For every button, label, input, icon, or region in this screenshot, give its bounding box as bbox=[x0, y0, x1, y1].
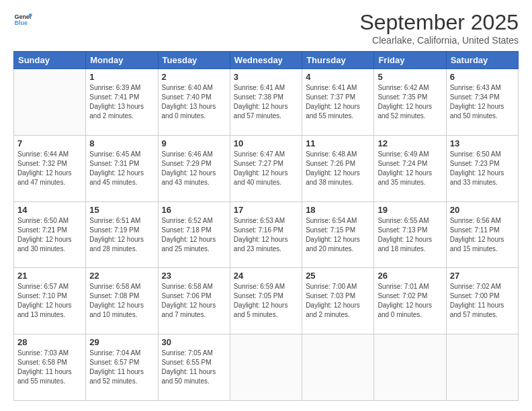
day-info: Sunrise: 7:04 AM Sunset: 6:57 PM Dayligh… bbox=[89, 349, 154, 386]
day-number: 25 bbox=[306, 271, 370, 281]
day-cell: 21Sunrise: 6:57 AM Sunset: 7:10 PM Dayli… bbox=[14, 268, 86, 334]
day-info: Sunrise: 6:40 AM Sunset: 7:40 PM Dayligh… bbox=[162, 83, 226, 121]
day-cell: 13Sunrise: 6:50 AM Sunset: 7:23 PM Dayli… bbox=[446, 135, 518, 201]
day-info: Sunrise: 6:44 AM Sunset: 7:32 PM Dayligh… bbox=[17, 150, 82, 187]
weekday-header-wednesday: Wednesday bbox=[230, 52, 302, 69]
day-info: Sunrise: 6:54 AM Sunset: 7:15 PM Dayligh… bbox=[306, 216, 370, 254]
day-number: 29 bbox=[89, 337, 154, 347]
day-number: 2 bbox=[162, 72, 226, 82]
day-info: Sunrise: 7:03 AM Sunset: 6:58 PM Dayligh… bbox=[17, 349, 82, 386]
day-cell: 24Sunrise: 6:59 AM Sunset: 7:05 PM Dayli… bbox=[230, 268, 302, 334]
day-cell: 30Sunrise: 7:05 AM Sunset: 6:55 PM Dayli… bbox=[158, 334, 230, 401]
day-info: Sunrise: 6:42 AM Sunset: 7:35 PM Dayligh… bbox=[378, 83, 442, 121]
day-cell: 16Sunrise: 6:52 AM Sunset: 7:18 PM Dayli… bbox=[158, 201, 230, 268]
day-number: 24 bbox=[234, 271, 298, 281]
day-number: 3 bbox=[234, 72, 298, 82]
day-number: 10 bbox=[234, 138, 298, 148]
day-info: Sunrise: 6:47 AM Sunset: 7:27 PM Dayligh… bbox=[234, 150, 298, 187]
location: Clearlake, California, United States bbox=[359, 35, 519, 46]
day-cell: 3Sunrise: 6:41 AM Sunset: 7:38 PM Daylig… bbox=[230, 69, 302, 136]
calendar-page: General Blue September 2025 Clearlake, C… bbox=[0, 0, 532, 411]
day-number: 16 bbox=[162, 205, 226, 215]
day-cell: 22Sunrise: 6:58 AM Sunset: 7:08 PM Dayli… bbox=[86, 268, 158, 334]
day-number: 21 bbox=[17, 271, 82, 281]
day-cell: 7Sunrise: 6:44 AM Sunset: 7:32 PM Daylig… bbox=[14, 135, 86, 201]
day-info: Sunrise: 6:43 AM Sunset: 7:34 PM Dayligh… bbox=[450, 83, 515, 121]
day-cell: 2Sunrise: 6:40 AM Sunset: 7:40 PM Daylig… bbox=[158, 69, 230, 136]
day-info: Sunrise: 7:00 AM Sunset: 7:03 PM Dayligh… bbox=[306, 282, 370, 320]
day-cell bbox=[14, 69, 86, 136]
week-row-4: 21Sunrise: 6:57 AM Sunset: 7:10 PM Dayli… bbox=[14, 268, 519, 334]
week-row-1: 1Sunrise: 6:39 AM Sunset: 7:41 PM Daylig… bbox=[14, 69, 519, 136]
day-cell: 14Sunrise: 6:50 AM Sunset: 7:21 PM Dayli… bbox=[14, 201, 86, 268]
day-info: Sunrise: 6:46 AM Sunset: 7:29 PM Dayligh… bbox=[162, 150, 226, 187]
day-info: Sunrise: 6:39 AM Sunset: 7:41 PM Dayligh… bbox=[89, 83, 154, 121]
day-number: 12 bbox=[378, 138, 442, 148]
day-cell bbox=[446, 334, 518, 401]
day-info: Sunrise: 6:48 AM Sunset: 7:26 PM Dayligh… bbox=[306, 150, 370, 187]
day-cell: 27Sunrise: 7:02 AM Sunset: 7:00 PM Dayli… bbox=[446, 268, 518, 334]
day-number: 22 bbox=[89, 271, 154, 281]
day-info: Sunrise: 6:50 AM Sunset: 7:21 PM Dayligh… bbox=[17, 216, 82, 254]
day-info: Sunrise: 6:58 AM Sunset: 7:06 PM Dayligh… bbox=[162, 282, 226, 320]
day-cell bbox=[374, 334, 446, 401]
day-number: 9 bbox=[162, 138, 226, 148]
day-info: Sunrise: 6:41 AM Sunset: 7:38 PM Dayligh… bbox=[234, 83, 298, 121]
day-info: Sunrise: 6:49 AM Sunset: 7:24 PM Dayligh… bbox=[378, 150, 442, 187]
day-number: 20 bbox=[450, 205, 515, 215]
day-cell: 5Sunrise: 6:42 AM Sunset: 7:35 PM Daylig… bbox=[374, 69, 446, 136]
day-cell: 19Sunrise: 6:55 AM Sunset: 7:13 PM Dayli… bbox=[374, 201, 446, 268]
day-cell bbox=[230, 334, 302, 401]
day-number: 13 bbox=[450, 138, 515, 148]
calendar-table: SundayMondayTuesdayWednesdayThursdayFrid… bbox=[13, 51, 519, 401]
day-cell: 4Sunrise: 6:41 AM Sunset: 7:37 PM Daylig… bbox=[302, 69, 374, 136]
day-number: 28 bbox=[17, 337, 82, 347]
day-number: 30 bbox=[162, 337, 226, 347]
day-cell: 17Sunrise: 6:53 AM Sunset: 7:16 PM Dayli… bbox=[230, 201, 302, 268]
weekday-header-friday: Friday bbox=[374, 52, 446, 69]
weekday-header-tuesday: Tuesday bbox=[158, 52, 230, 69]
day-number: 17 bbox=[234, 205, 298, 215]
day-info: Sunrise: 6:45 AM Sunset: 7:31 PM Dayligh… bbox=[89, 150, 154, 187]
day-info: Sunrise: 7:05 AM Sunset: 6:55 PM Dayligh… bbox=[162, 349, 226, 386]
day-cell: 23Sunrise: 6:58 AM Sunset: 7:06 PM Dayli… bbox=[158, 268, 230, 334]
day-number: 18 bbox=[306, 205, 370, 215]
day-number: 4 bbox=[306, 72, 370, 82]
day-info: Sunrise: 6:50 AM Sunset: 7:23 PM Dayligh… bbox=[450, 150, 515, 187]
day-number: 26 bbox=[378, 271, 442, 281]
day-number: 8 bbox=[89, 138, 154, 148]
svg-text:Blue: Blue bbox=[14, 19, 28, 26]
week-row-2: 7Sunrise: 6:44 AM Sunset: 7:32 PM Daylig… bbox=[14, 135, 519, 201]
day-cell bbox=[302, 334, 374, 401]
day-cell: 29Sunrise: 7:04 AM Sunset: 6:57 PM Dayli… bbox=[86, 334, 158, 401]
day-cell: 6Sunrise: 6:43 AM Sunset: 7:34 PM Daylig… bbox=[446, 69, 518, 136]
day-number: 5 bbox=[378, 72, 442, 82]
weekday-header-thursday: Thursday bbox=[302, 52, 374, 69]
day-number: 1 bbox=[89, 72, 154, 82]
logo-icon: General Blue bbox=[13, 10, 32, 29]
day-number: 7 bbox=[17, 138, 82, 148]
weekday-header-row: SundayMondayTuesdayWednesdayThursdayFrid… bbox=[14, 52, 519, 69]
day-cell: 20Sunrise: 6:56 AM Sunset: 7:11 PM Dayli… bbox=[446, 201, 518, 268]
day-cell: 15Sunrise: 6:51 AM Sunset: 7:19 PM Dayli… bbox=[86, 201, 158, 268]
day-cell: 25Sunrise: 7:00 AM Sunset: 7:03 PM Dayli… bbox=[302, 268, 374, 334]
weekday-header-sunday: Sunday bbox=[14, 52, 86, 69]
day-cell: 18Sunrise: 6:54 AM Sunset: 7:15 PM Dayli… bbox=[302, 201, 374, 268]
title-block: September 2025 Clearlake, California, Un… bbox=[359, 10, 519, 46]
day-info: Sunrise: 6:41 AM Sunset: 7:37 PM Dayligh… bbox=[306, 83, 370, 121]
logo: General Blue bbox=[13, 10, 32, 29]
week-row-5: 28Sunrise: 7:03 AM Sunset: 6:58 PM Dayli… bbox=[14, 334, 519, 401]
month-title: September 2025 bbox=[359, 10, 519, 35]
day-info: Sunrise: 6:58 AM Sunset: 7:08 PM Dayligh… bbox=[89, 282, 154, 320]
day-info: Sunrise: 6:51 AM Sunset: 7:19 PM Dayligh… bbox=[89, 216, 154, 254]
day-info: Sunrise: 6:55 AM Sunset: 7:13 PM Dayligh… bbox=[378, 216, 442, 254]
day-number: 15 bbox=[89, 205, 154, 215]
day-info: Sunrise: 6:57 AM Sunset: 7:10 PM Dayligh… bbox=[17, 282, 82, 320]
day-number: 27 bbox=[450, 271, 515, 281]
week-row-3: 14Sunrise: 6:50 AM Sunset: 7:21 PM Dayli… bbox=[14, 201, 519, 268]
weekday-header-monday: Monday bbox=[86, 52, 158, 69]
day-info: Sunrise: 6:53 AM Sunset: 7:16 PM Dayligh… bbox=[234, 216, 298, 254]
day-cell: 10Sunrise: 6:47 AM Sunset: 7:27 PM Dayli… bbox=[230, 135, 302, 201]
day-cell: 26Sunrise: 7:01 AM Sunset: 7:02 PM Dayli… bbox=[374, 268, 446, 334]
day-info: Sunrise: 7:01 AM Sunset: 7:02 PM Dayligh… bbox=[378, 282, 442, 320]
